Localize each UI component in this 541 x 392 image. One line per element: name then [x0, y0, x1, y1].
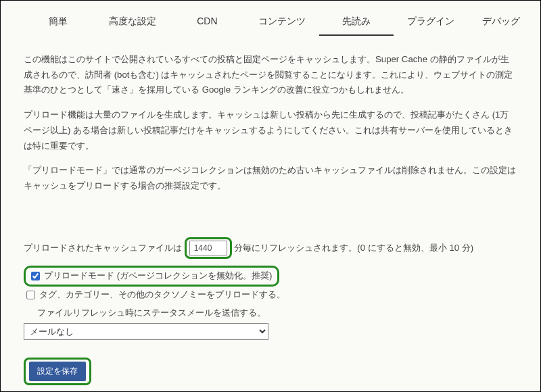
tab-label: デバッグ	[482, 16, 520, 26]
tab-label: CDN	[197, 16, 217, 26]
refresh-interval-row: プリロードされたキャッシュファイルは 分毎にリフレッシュされます。(0 にすると…	[24, 237, 517, 260]
refresh-post-text: 分毎にリフレッシュされます。(0 にすると無効、最小 10 分)	[232, 242, 473, 252]
content-area: この機能はこのサイトで公開されているすべての投稿と固定ページをキャッシュします。…	[21, 52, 520, 385]
description-paragraph-1: この機能はこのサイトで公開されているすべての投稿と固定ページをキャッシュします。…	[24, 52, 517, 98]
taxonomy-option: タグ、カテゴリー、その他のタクソノミーをプリロードする。	[24, 286, 517, 304]
tab-plugins[interactable]: プラグイン	[394, 6, 468, 36]
tab-advanced[interactable]: 高度な設定	[95, 6, 170, 36]
preload-mode-option: プリロードモード (ガベージコレクションを無効化。推奨)	[24, 266, 279, 287]
tabs-nav: 簡単 高度な設定 CDN コンテンツ 先読み プラグイン デバッグ	[21, 6, 520, 36]
preload-mode-checkbox[interactable]	[31, 272, 40, 280]
tab-preload[interactable]: 先読み	[319, 6, 394, 36]
tab-label: 簡単	[49, 16, 68, 26]
refresh-pre-text: プリロードされたキャッシュファイルは	[24, 242, 185, 252]
save-button[interactable]: 設定を保存	[29, 362, 86, 381]
send-mail-label: ファイルリフレッシュ時にステータスメールを送信する。	[37, 305, 266, 321]
taxonomy-label: タグ、カテゴリー、その他のタクソノミーをプリロードする。	[39, 287, 285, 303]
tab-easy[interactable]: 簡単	[21, 6, 95, 36]
mail-frequency-select[interactable]: メールなし	[24, 323, 268, 340]
description-paragraph-3: 「プリロードモード」では通常のガーベジコレクションは無効のため古いキャッシュファ…	[24, 163, 517, 193]
options-group: プリロードモード (ガベージコレクションを無効化。推奨) タグ、カテゴリー、その…	[24, 266, 517, 340]
tab-label: 高度な設定	[109, 16, 156, 26]
tab-label: 先読み	[342, 16, 371, 26]
tab-contents[interactable]: コンテンツ	[244, 6, 319, 36]
description-paragraph-2: プリロード機能は大量のファイルを生成します。キャッシュは新しい投稿から先に生成す…	[24, 107, 517, 153]
refresh-interval-input[interactable]	[189, 241, 227, 255]
send-mail-option: ファイルリフレッシュ時にステータスメールを送信する。	[24, 304, 517, 322]
preload-mode-label: プリロードモード (ガベージコレクションを無効化。推奨)	[44, 268, 272, 284]
tab-label: プラグイン	[407, 16, 454, 26]
taxonomy-checkbox[interactable]	[26, 291, 35, 299]
tab-label: コンテンツ	[258, 16, 306, 26]
tab-debug[interactable]: デバッグ	[468, 6, 520, 36]
tab-cdn[interactable]: CDN	[170, 6, 244, 36]
